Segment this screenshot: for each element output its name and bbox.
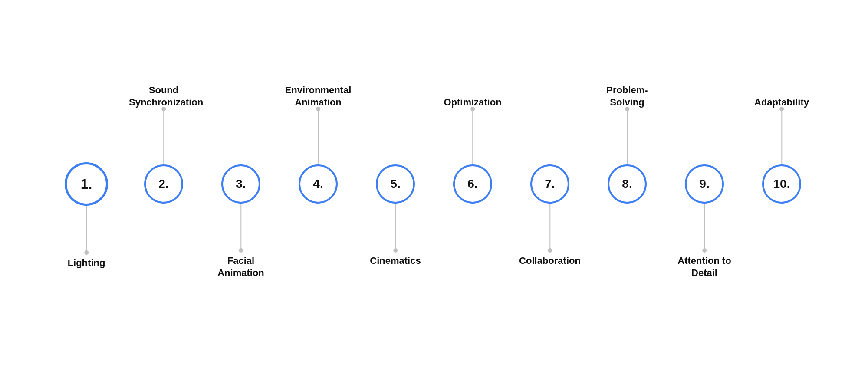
dot-top-2 xyxy=(161,107,166,111)
item-8: Problem-Solving8. xyxy=(589,164,666,204)
circle-number-3: 3. xyxy=(236,177,246,191)
bottom-label-9: Attention toDetail xyxy=(670,255,739,279)
dot-top-10 xyxy=(779,107,784,111)
circle-number-7: 7. xyxy=(545,177,555,191)
item-9: 9.Attention toDetail xyxy=(666,164,743,204)
connector-top-2 xyxy=(163,109,164,165)
item-5: 5.Cinematics xyxy=(357,164,434,204)
circle-8: 8. xyxy=(608,164,647,204)
connector-top-6 xyxy=(472,109,473,165)
circle-4: 4. xyxy=(299,164,338,204)
circle-3: 3. xyxy=(221,164,260,204)
connector-top-10 xyxy=(781,109,782,165)
circle-10: 10. xyxy=(762,164,801,204)
circle-9: 9. xyxy=(685,164,724,204)
connector-bottom-5 xyxy=(395,203,396,250)
bottom-label-3: FacialAnimation xyxy=(206,255,276,279)
circle-number-1: 1. xyxy=(81,176,92,192)
circle-1: 1. xyxy=(65,162,108,206)
circle-number-8: 8. xyxy=(622,177,632,191)
item-2: SoundSynchronization2. xyxy=(125,164,202,204)
circle-number-10: 10. xyxy=(773,177,790,191)
dot-bottom-9 xyxy=(702,248,707,253)
dot-bottom-3 xyxy=(239,248,243,253)
item-6: Optimization6. xyxy=(434,164,511,204)
bottom-label-1: Lighting xyxy=(52,257,121,269)
item-4: EnvironmentalAnimation4. xyxy=(279,164,357,204)
dot-bottom-1 xyxy=(84,250,89,255)
item-3: 3.FacialAnimation xyxy=(202,164,279,204)
circle-number-9: 9. xyxy=(699,177,709,191)
diagram-container: 1.LightingSoundSynchronization2.3.Facial… xyxy=(22,28,846,340)
connector-bottom-3 xyxy=(240,203,241,250)
top-label-6: Optimization xyxy=(438,96,507,108)
connector-bottom-7 xyxy=(549,203,550,250)
circle-number-4: 4. xyxy=(313,177,323,191)
dot-top-8 xyxy=(625,107,629,111)
circle-2: 2. xyxy=(144,164,183,204)
item-7: 7.Collaboration xyxy=(511,164,589,204)
circle-number-6: 6. xyxy=(467,177,477,191)
item-10: Adaptability10. xyxy=(743,164,820,204)
top-label-10: Adaptability xyxy=(747,96,816,108)
circle-5: 5. xyxy=(376,164,415,204)
items-row: 1.LightingSoundSynchronization2.3.Facial… xyxy=(22,162,846,206)
circle-number-2: 2. xyxy=(158,177,168,191)
circle-6: 6. xyxy=(453,164,492,204)
connector-bottom-9 xyxy=(704,203,705,250)
connector-top-4 xyxy=(318,109,319,165)
dot-bottom-7 xyxy=(548,248,552,253)
bottom-label-7: Collaboration xyxy=(515,255,585,267)
dot-top-6 xyxy=(470,107,475,111)
circle-number-5: 5. xyxy=(390,177,400,191)
dot-top-4 xyxy=(316,107,320,111)
connector-top-8 xyxy=(627,109,628,165)
top-label-8: Problem-Solving xyxy=(592,84,662,108)
dot-bottom-5 xyxy=(393,248,398,253)
top-label-4: EnvironmentalAnimation xyxy=(283,84,353,108)
connector-bottom-1 xyxy=(86,205,87,253)
item-1: 1.Lighting xyxy=(48,162,125,206)
bottom-label-5: Cinematics xyxy=(361,255,430,267)
top-label-2: SoundSynchronization xyxy=(129,84,198,108)
circle-7: 7. xyxy=(530,164,569,204)
